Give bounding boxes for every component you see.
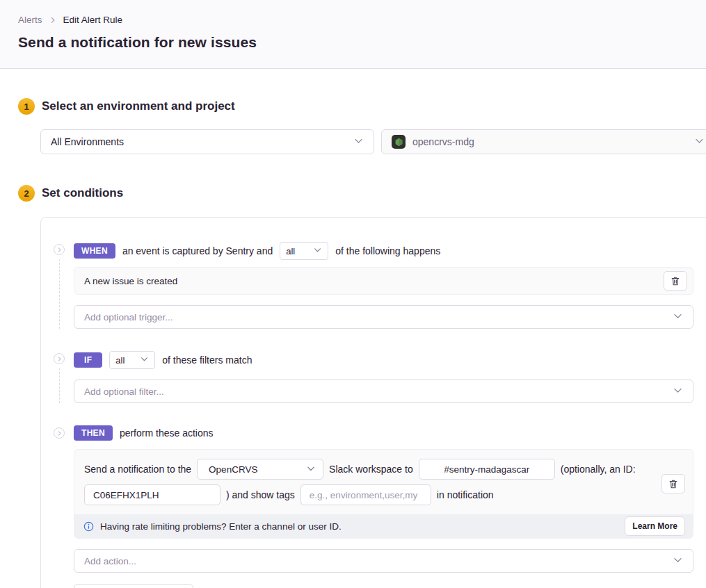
action-text-4: ) and show tags xyxy=(226,489,295,500)
learn-more-button[interactable]: Learn More xyxy=(625,516,685,536)
if-rail xyxy=(54,351,65,403)
chevron-down-icon xyxy=(140,354,149,366)
rate-limit-note-text: Having rate limiting problems? Enter a c… xyxy=(100,521,342,532)
step1-title: Select an environment and project xyxy=(42,99,235,113)
trash-icon xyxy=(668,479,678,489)
when-rail xyxy=(54,242,65,329)
environment-select[interactable]: All Environments xyxy=(40,129,374,154)
add-action-select[interactable]: Add action... xyxy=(74,549,693,573)
when-header-row: WHEN an event is captured by Sentry and … xyxy=(74,242,693,260)
when-section: WHEN an event is captured by Sentry and … xyxy=(54,242,693,351)
chevron-down-icon xyxy=(673,385,683,398)
delete-condition-button[interactable] xyxy=(664,271,687,291)
then-rail xyxy=(54,425,65,588)
slack-action-row: Send a notification to the OpenCRVS Slac… xyxy=(74,449,693,539)
chevron-down-icon xyxy=(673,555,683,567)
tags-input[interactable] xyxy=(300,484,431,505)
chevron-down-icon xyxy=(353,136,364,148)
breadcrumb-alerts-link[interactable]: Alerts xyxy=(18,15,42,25)
add-optional-filter-select[interactable]: Add optional filter... xyxy=(74,379,693,403)
if-section: IF all of these filters match Add option… xyxy=(54,351,693,425)
if-header-row: IF all of these filters match xyxy=(74,351,693,369)
collapse-chevron-icon[interactable] xyxy=(54,244,65,255)
add-action-placeholder: Add action... xyxy=(84,556,136,566)
if-badge: IF xyxy=(74,352,102,368)
add-optional-filter-placeholder: Add optional filter... xyxy=(84,386,164,397)
step1-heading: 1 Select an environment and project xyxy=(18,98,706,115)
project-select-left: opencrvs-mdg xyxy=(392,135,474,149)
action-text-5: in notification xyxy=(437,489,494,500)
if-body: IF all of these filters match Add option… xyxy=(74,351,693,403)
then-body: THEN perform these actions Send a notifi… xyxy=(74,425,693,588)
add-optional-trigger-placeholder: Add optional trigger... xyxy=(84,312,173,322)
slack-action-sentence: Send a notification to the OpenCRVS Slac… xyxy=(84,459,683,505)
trash-icon xyxy=(671,276,680,286)
project-select[interactable]: opencrvs-mdg xyxy=(381,129,706,154)
breadcrumb-current: Edit Alert Rule xyxy=(63,15,123,25)
environment-select-value: All Environments xyxy=(51,136,124,147)
chevron-down-icon xyxy=(306,464,316,475)
main-content: 1 Select an environment and project All … xyxy=(0,98,706,588)
page-header: Alerts Edit Alert Rule Send a notificati… xyxy=(0,0,706,69)
action-text-1: Send a notification to the xyxy=(84,464,191,475)
action-text-2: Slack workspace to xyxy=(329,464,413,475)
collapse-chevron-icon[interactable] xyxy=(54,353,65,364)
then-section: THEN perform these actions Send a notifi… xyxy=(54,425,693,588)
workspace-select-value: OpenCRVS xyxy=(209,464,257,475)
when-text-after: of the following happens xyxy=(335,245,440,256)
when-text-before: an event is captured by Sentry and xyxy=(122,245,273,256)
chevron-down-icon xyxy=(673,311,683,323)
workspace-select[interactable]: OpenCRVS xyxy=(197,459,323,480)
when-match-value: all xyxy=(286,246,295,256)
if-text-after: of these filters match xyxy=(162,354,252,366)
step2-title: Set conditions xyxy=(42,186,123,200)
nodejs-project-icon xyxy=(392,135,406,149)
chevron-down-icon xyxy=(313,245,322,256)
when-body: WHEN an event is captured by Sentry and … xyxy=(74,242,693,329)
step2-number-badge: 2 xyxy=(18,185,35,202)
step1-number-badge: 1 xyxy=(18,98,35,115)
action-text-3: (optionally, an ID: xyxy=(561,464,636,475)
channel-input[interactable] xyxy=(419,459,555,480)
environment-project-row: All Environments opencrvs-mdg xyxy=(40,129,706,154)
breadcrumb: Alerts Edit Alert Rule xyxy=(18,15,688,25)
channel-id-input[interactable] xyxy=(84,484,220,505)
rail-connector-line xyxy=(59,368,60,403)
delete-action-button[interactable] xyxy=(661,474,685,493)
rate-limit-note: Having rate limiting problems? Enter a c… xyxy=(74,514,693,538)
send-test-notification-button[interactable]: Send Test Notification xyxy=(74,584,193,588)
project-select-value: opencrvs-mdg xyxy=(412,136,474,147)
breadcrumb-separator-icon xyxy=(49,16,57,24)
condition-label: A new issue is created xyxy=(84,276,177,286)
when-badge: WHEN xyxy=(74,243,115,259)
collapse-chevron-icon[interactable] xyxy=(54,427,65,439)
then-header-row: THEN perform these actions xyxy=(74,425,693,441)
condition-row: A new issue is created xyxy=(74,267,693,295)
then-text-after: perform these actions xyxy=(120,427,214,439)
then-badge: THEN xyxy=(74,425,113,441)
rail-connector-line xyxy=(59,259,60,329)
step2-heading: 2 Set conditions xyxy=(18,185,706,202)
chevron-down-icon xyxy=(694,136,705,148)
page-title: Send a notification for new issues xyxy=(18,34,688,51)
conditions-panel: WHEN an event is captured by Sentry and … xyxy=(40,217,706,588)
when-match-select[interactable]: all xyxy=(280,242,328,260)
info-icon xyxy=(83,521,94,532)
if-match-select[interactable]: all xyxy=(109,351,155,369)
add-optional-trigger-select[interactable]: Add optional trigger... xyxy=(74,305,693,329)
if-match-value: all xyxy=(115,355,125,366)
